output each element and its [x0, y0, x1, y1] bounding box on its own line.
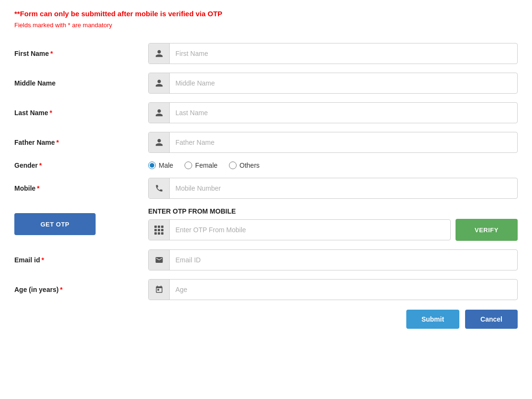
- gender-others-label: Others: [239, 162, 260, 169]
- middle-name-input[interactable]: [170, 75, 517, 92]
- otp-section: ENTER OTP FROM MOBILE VERIFY: [148, 207, 518, 241]
- otp-input[interactable]: [170, 221, 450, 238]
- father-name-input[interactable]: [170, 134, 517, 151]
- submit-button[interactable]: Submit: [406, 310, 459, 329]
- gender-row: Gender* Male Female Others: [14, 162, 518, 169]
- get-otp-button[interactable]: GET OTP: [14, 213, 96, 235]
- gender-label: Gender*: [14, 162, 148, 169]
- gender-male-option[interactable]: Male: [148, 162, 173, 169]
- phone-icon: [149, 178, 170, 198]
- otp-input-row: VERIFY: [148, 219, 518, 241]
- first-name-input-wrapper: [148, 43, 518, 64]
- father-name-row: Father Name*: [14, 132, 518, 153]
- email-input[interactable]: [170, 251, 517, 269]
- email-row: Email id*: [14, 249, 518, 270]
- age-row: Age (in years)*: [14, 279, 518, 300]
- gender-options: Male Female Others: [148, 162, 260, 169]
- mobile-row: Mobile*: [14, 178, 518, 199]
- email-label: Email id*: [14, 256, 148, 264]
- mobile-input[interactable]: [170, 180, 517, 197]
- otp-input-wrapper: [148, 219, 451, 240]
- otp-section-label: ENTER OTP FROM MOBILE: [148, 207, 518, 215]
- gender-others-option[interactable]: Others: [229, 162, 260, 169]
- otp-warning-text: **Form can only be submitted after mobil…: [14, 10, 518, 18]
- gender-male-radio[interactable]: [148, 162, 156, 169]
- age-input[interactable]: [170, 281, 517, 298]
- father-name-label: Father Name*: [14, 139, 148, 146]
- mobile-input-wrapper: [148, 178, 518, 199]
- email-icon: [149, 250, 170, 270]
- last-name-row: Last Name*: [14, 102, 518, 123]
- first-name-row: First Name*: [14, 43, 518, 64]
- gender-female-option[interactable]: Female: [185, 162, 217, 169]
- otp-row: GET OTP ENTER OTP FROM MOBILE VERIFY: [14, 207, 518, 241]
- last-name-input[interactable]: [170, 104, 517, 121]
- last-name-label: Last Name*: [14, 109, 148, 117]
- email-input-wrapper: [148, 249, 518, 270]
- person-icon-2: [149, 73, 170, 93]
- grid-icon: [149, 220, 170, 240]
- first-name-label: First Name*: [14, 50, 148, 57]
- verify-button[interactable]: VERIFY: [456, 219, 518, 241]
- middle-name-input-wrapper: [148, 73, 518, 94]
- get-otp-btn-wrapper: GET OTP: [14, 213, 148, 235]
- person-icon-4: [149, 132, 170, 152]
- first-name-input[interactable]: [170, 45, 517, 62]
- registration-form: First Name* Middle Name Last: [14, 43, 518, 329]
- form-actions: Submit Cancel: [14, 310, 518, 329]
- gender-female-radio[interactable]: [185, 162, 192, 169]
- person-icon-3: [149, 103, 170, 123]
- gender-others-radio[interactable]: [229, 162, 237, 169]
- middle-name-row: Middle Name: [14, 73, 518, 94]
- father-name-input-wrapper: [148, 132, 518, 153]
- last-name-input-wrapper: [148, 102, 518, 123]
- mandatory-note: Fields marked with * are mandatory: [14, 22, 518, 29]
- mobile-label: Mobile*: [14, 184, 148, 192]
- age-input-wrapper: [148, 279, 518, 300]
- middle-name-label: Middle Name: [14, 79, 148, 87]
- gender-female-label: Female: [195, 162, 217, 169]
- calendar-icon: [149, 280, 170, 300]
- person-icon: [149, 43, 170, 64]
- age-label: Age (in years)*: [14, 286, 148, 293]
- gender-male-label: Male: [159, 162, 173, 169]
- cancel-button[interactable]: Cancel: [465, 310, 518, 329]
